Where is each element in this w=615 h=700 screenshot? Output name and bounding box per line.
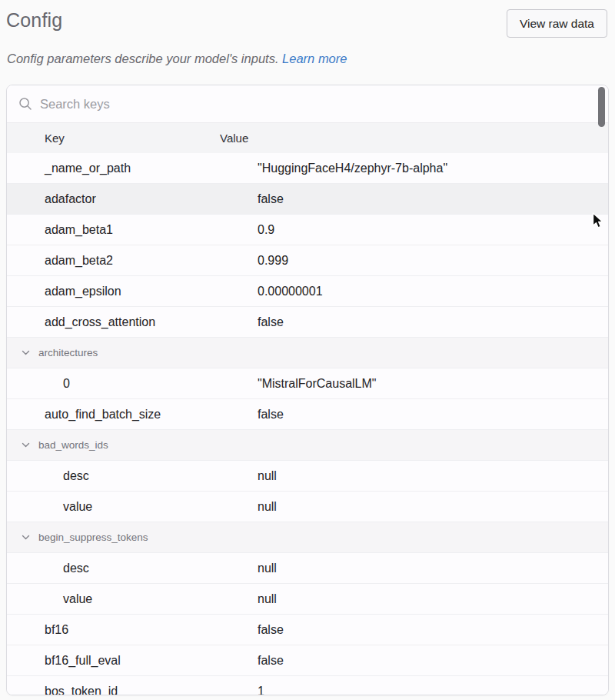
table-row[interactable]: architectures <box>7 338 608 368</box>
view-raw-data-button[interactable]: View raw data <box>507 9 607 38</box>
table-row[interactable]: value null <box>7 492 608 522</box>
row-value: null <box>258 500 277 513</box>
row-key: 0 <box>63 377 70 391</box>
column-header-key: Key <box>7 132 220 145</box>
row-value: false <box>258 192 284 205</box>
table-row[interactable]: adam_beta2 0.999 <box>7 245 608 276</box>
row-key: _name_or_path <box>45 162 131 175</box>
row-value: 0.9 <box>258 223 274 236</box>
search-input[interactable] <box>40 97 532 112</box>
row-key: auto_find_batch_size <box>45 408 161 422</box>
row-key: adam_beta1 <box>45 223 113 237</box>
chevron-down-icon[interactable] <box>21 440 31 450</box>
table-row[interactable]: desc null <box>7 461 608 492</box>
table-row[interactable]: 0 "MistralForCausalLM" <box>7 368 608 399</box>
row-value: 0.00000001 <box>258 285 323 298</box>
table-row[interactable]: bf16 false <box>7 615 608 645</box>
table-row[interactable]: add_cross_attention false <box>7 307 608 338</box>
scrollbar-thumb[interactable] <box>598 87 605 127</box>
row-value: null <box>258 592 277 605</box>
row-value: 1 <box>258 685 264 696</box>
table-row[interactable]: adam_epsilon 0.00000001 <box>7 276 608 307</box>
row-key: value <box>63 592 92 606</box>
subtitle-text: Config parameters describe your model's … <box>7 52 279 65</box>
row-value: "MistralForCausalLM" <box>258 377 377 390</box>
row-value: false <box>258 408 284 421</box>
table-row[interactable]: begin_suppress_tokens <box>7 522 608 553</box>
table-row[interactable]: bad_words_ids <box>7 430 608 461</box>
table-row[interactable]: auto_find_batch_size false <box>7 399 608 430</box>
row-key: architectures <box>38 347 98 358</box>
row-value: false <box>258 315 284 328</box>
table-row[interactable]: bos_token_id 1 <box>7 676 608 695</box>
table-row[interactable]: _name_or_path "HuggingFaceH4/zephyr-7b-a… <box>7 153 608 184</box>
row-key: adam_epsilon <box>45 285 121 298</box>
row-value: null <box>258 562 277 575</box>
row-key: desc <box>63 562 89 575</box>
table-row[interactable]: bf16_full_eval false <box>7 645 608 676</box>
page-header: Config View raw data Config parameters d… <box>0 0 615 46</box>
table-row[interactable]: desc null <box>7 553 608 584</box>
chevron-down-icon[interactable] <box>21 348 31 358</box>
config-panel: Key Value _name_or_path "HuggingFaceH4/z… <box>6 85 609 695</box>
row-value: null <box>258 469 277 482</box>
page-title: Config <box>6 9 62 32</box>
row-key: bf16 <box>45 623 68 637</box>
row-value: "HuggingFaceH4/zephyr-7b-alpha" <box>258 162 447 175</box>
row-value: false <box>258 654 284 667</box>
search-icon <box>18 97 32 111</box>
row-value: 0.999 <box>258 254 288 267</box>
page-subtitle: Config parameters describe your model's … <box>7 52 347 66</box>
chevron-down-icon[interactable] <box>21 532 31 542</box>
row-key: bad_words_ids <box>38 439 108 451</box>
learn-more-link[interactable]: Learn more <box>282 52 347 65</box>
row-key: bos_token_id <box>45 685 118 696</box>
table-row[interactable]: adam_beta1 0.9 <box>7 215 608 245</box>
table-row[interactable]: value null <box>7 584 608 615</box>
row-key: adam_beta2 <box>45 254 113 268</box>
row-key: add_cross_attention <box>45 315 155 329</box>
search-bar <box>7 85 608 122</box>
row-key: adafactor <box>45 192 96 206</box>
table-row[interactable]: adafactor false <box>7 184 608 215</box>
row-key: bf16_full_eval <box>45 654 121 668</box>
row-key: desc <box>63 469 89 483</box>
row-key: begin_suppress_tokens <box>38 532 148 543</box>
column-header-value: Value <box>220 132 608 145</box>
row-value: false <box>258 623 284 636</box>
row-key: value <box>63 500 92 514</box>
table-header: Key Value <box>7 122 608 153</box>
table-body: _name_or_path "HuggingFaceH4/zephyr-7b-a… <box>7 153 608 695</box>
